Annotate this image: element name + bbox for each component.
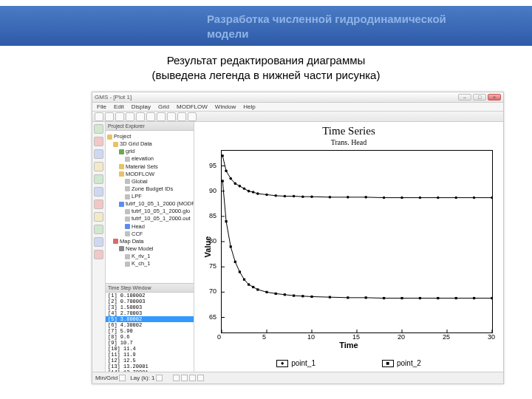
svg-point-25 [284, 195, 287, 198]
tree-label: tutrf_10_05_1_2000.out [132, 215, 191, 222]
project-tree[interactable]: Project3D Grid DatagridelevationMaterial… [106, 131, 194, 283]
toolbar-icon[interactable] [157, 112, 166, 121]
chart-xtick: 30 [488, 333, 495, 341]
svg-rect-62 [473, 297, 475, 299]
svg-rect-42 [234, 261, 236, 263]
file-icon [125, 262, 130, 267]
tree-node[interactable]: Map Data [107, 238, 192, 245]
toolbar-icon[interactable] [167, 112, 176, 121]
stepper-icon[interactable] [156, 375, 163, 381]
timestep-row[interactable]: [12] 12.5 [106, 358, 194, 364]
timestep-row[interactable]: [13] 13.20001 [106, 364, 194, 369]
status-tool-icon[interactable] [173, 375, 180, 381]
tree-node[interactable]: K_ch_1 [107, 260, 192, 267]
timestep-row[interactable]: [9] 10.7 [106, 340, 194, 346]
square-marker-icon: ■ [382, 360, 394, 367]
menu-modflow[interactable]: MODFLOW [177, 103, 208, 110]
tree-node[interactable]: MODFLOW [107, 171, 192, 178]
timestep-row[interactable]: [4] 2.70003 [106, 310, 194, 316]
timestep-row[interactable]: [8] 9.6 [106, 334, 194, 340]
menu-window[interactable]: Window [215, 103, 236, 110]
head-icon [119, 202, 124, 207]
timestep-row[interactable]: [6] 4.30002 [106, 322, 194, 328]
menu-grid[interactable]: Grid [158, 103, 169, 110]
tree-node[interactable]: New Model [107, 245, 192, 253]
tree-node[interactable]: CCF [107, 231, 192, 238]
toolbar-icon[interactable] [126, 112, 134, 121]
tree-node[interactable]: tutrf_10_05_1_2000 (MODFLOW) [107, 200, 192, 208]
tree-node[interactable]: Project [107, 133, 192, 140]
menu-edit[interactable]: Edit [114, 103, 124, 110]
tool-icon[interactable] [94, 174, 103, 184]
tool-icon[interactable] [94, 212, 103, 222]
tool-icon[interactable] [94, 225, 103, 234]
timestep-list[interactable]: [1] 0.100002[2] 0.700003[3] 1.50003[4] 2… [106, 293, 194, 372]
toolbar-icon[interactable] [177, 112, 186, 121]
grid-icon [119, 149, 124, 154]
tool-icon[interactable] [94, 200, 103, 209]
tool-icon[interactable] [94, 187, 103, 197]
svg-point-28 [310, 195, 313, 198]
menu-display[interactable]: Display [132, 103, 151, 110]
chart-ytick: 75 [209, 262, 216, 270]
toolbar-icon[interactable] [105, 112, 114, 121]
svg-point-35 [437, 197, 440, 200]
chart-subtitle: Trans. Head [194, 138, 503, 146]
svg-rect-57 [383, 297, 385, 299]
tool-icon[interactable] [94, 250, 103, 259]
tree-node[interactable]: LPF [107, 193, 192, 200]
timestep-row[interactable]: [7] 5.90 [106, 328, 194, 334]
chart-ytick: 95 [209, 162, 216, 169]
timestep-panel: Time Step Window [1] 0.100002[2] 0.70000… [106, 283, 194, 372]
tree-label: tutrf_10_05_1_2000.glo [132, 208, 190, 214]
svg-point-31 [364, 196, 367, 199]
tree-node[interactable]: elevation [107, 155, 192, 163]
tool-icon[interactable] [94, 162, 103, 171]
menu-help[interactable]: Help [243, 103, 255, 110]
chart-plot[interactable] [221, 150, 493, 333]
toolbar-icon[interactable] [115, 112, 124, 121]
checkbox-icon[interactable] [119, 375, 126, 381]
status-tool-icon[interactable] [181, 375, 188, 381]
tree-node[interactable]: K_riv_1 [107, 253, 192, 260]
timestep-row[interactable]: [10] 11.4 [106, 346, 194, 352]
tree-node[interactable]: Material Sets [107, 163, 192, 171]
tree-label: CCF [132, 231, 143, 237]
menu-file[interactable]: File [97, 103, 106, 110]
minimize-button[interactable]: – [458, 94, 471, 100]
timestep-row[interactable]: [2] 0.700003 [106, 299, 194, 304]
toolbar-icon[interactable] [188, 112, 197, 121]
explorer-column: Project Explorer Project3D Grid Datagrid… [106, 122, 194, 372]
status-tool-icon[interactable] [197, 375, 204, 381]
tool-icon[interactable] [94, 237, 103, 247]
status-tool-icon[interactable] [189, 375, 196, 381]
tool-icon[interactable] [94, 137, 103, 146]
new-icon [119, 246, 124, 251]
tool-icon[interactable] [94, 149, 103, 159]
tree-node[interactable]: tutrf_10_05_1_2000.out [107, 215, 192, 222]
toolbar-icon[interactable] [146, 112, 155, 121]
toolbar-icon[interactable] [136, 112, 145, 121]
tree-node[interactable]: Zone Budget IDs [107, 185, 192, 193]
tree-node[interactable]: tutrf_10_05_1_2000.glo [107, 208, 192, 215]
titlebar[interactable]: GMS - [Plot 1] – □ × [92, 92, 503, 103]
chart-xtick: 25 [443, 333, 450, 341]
tree-node[interactable]: Global [107, 178, 192, 185]
svg-point-24 [274, 194, 277, 197]
toolbar-icon[interactable] [95, 112, 103, 121]
maximize-button[interactable]: □ [473, 94, 486, 100]
legend-label: point_1 [291, 359, 316, 367]
timestep-row[interactable]: [3] 1.50003 [106, 304, 194, 310]
svg-point-32 [383, 197, 386, 200]
tree-node[interactable]: grid [107, 148, 192, 155]
timestep-row[interactable]: [11] 11.9 [106, 352, 194, 358]
tree-node[interactable]: 3D Grid Data [107, 140, 192, 148]
tool-icon[interactable] [94, 124, 103, 134]
chart-xtick: 10 [307, 333, 315, 341]
close-button[interactable]: × [488, 94, 501, 100]
svg-rect-44 [243, 279, 245, 281]
timestep-row[interactable]: [1] 0.100002 [106, 293, 194, 299]
tree-node[interactable]: Head [107, 223, 192, 231]
slide-title-line1: Разработка численной гидродинамической [207, 13, 446, 25]
timestep-row[interactable]: [5] 3.80002 [106, 316, 194, 322]
